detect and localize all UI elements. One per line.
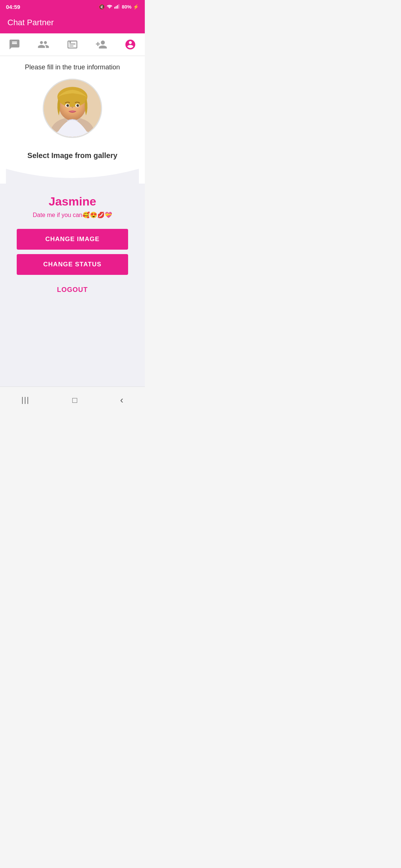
signal-icon — [114, 4, 120, 10]
battery-icon: ⚡ — [133, 4, 139, 10]
curve-divider — [6, 169, 139, 184]
svg-rect-3 — [118, 4, 119, 9]
top-section: Please fill in the true information — [0, 56, 145, 184]
tab-bar — [0, 33, 145, 56]
profile-name: Jasmine — [49, 195, 96, 208]
avatar[interactable] — [43, 79, 102, 138]
svg-rect-1 — [116, 6, 117, 9]
bottom-section: Jasmine Date me if you can🥰😍💋💝 CHANGE IM… — [0, 184, 145, 312]
app-bar: Chat Partner — [0, 13, 145, 33]
wifi-icon — [106, 4, 113, 10]
svg-rect-2 — [117, 5, 118, 9]
select-gallery-text[interactable]: Select Image from gallery — [6, 145, 139, 169]
tab-partners[interactable] — [33, 37, 54, 52]
status-bar: 04:59 🔇 80% ⚡ — [0, 0, 145, 13]
info-text: Please fill in the true information — [6, 63, 139, 71]
nav-recent-button[interactable]: ||| — [13, 393, 39, 407]
tab-add-friend[interactable] — [91, 37, 112, 52]
status-icons: 🔇 80% ⚡ — [99, 4, 139, 10]
nav-back-button[interactable]: ‹ — [111, 391, 133, 409]
nav-bar: ||| □ ‹ — [0, 387, 145, 413]
nav-home-button[interactable]: □ — [63, 392, 86, 408]
app-title: Chat Partner — [7, 18, 54, 27]
avatar-container[interactable] — [6, 79, 139, 138]
status-time: 04:59 — [6, 4, 20, 10]
svg-point-12 — [66, 104, 69, 107]
profile-status: Date me if you can🥰😍💋💝 — [33, 211, 112, 218]
mute-icon: 🔇 — [99, 4, 105, 10]
battery-text: 80% — [122, 4, 131, 10]
tab-chat[interactable] — [4, 37, 25, 52]
logout-button[interactable]: LOGOUT — [50, 282, 95, 297]
tab-profile-card[interactable] — [62, 37, 83, 52]
change-status-button[interactable]: CHANGE STATUS — [17, 254, 128, 275]
svg-point-14 — [68, 105, 68, 105]
svg-rect-0 — [114, 7, 115, 9]
bottom-spacer — [0, 312, 145, 387]
svg-point-15 — [78, 105, 78, 105]
svg-point-13 — [76, 104, 79, 107]
tab-account[interactable] — [120, 37, 141, 52]
change-image-button[interactable]: CHANGE IMAGE — [17, 229, 128, 250]
